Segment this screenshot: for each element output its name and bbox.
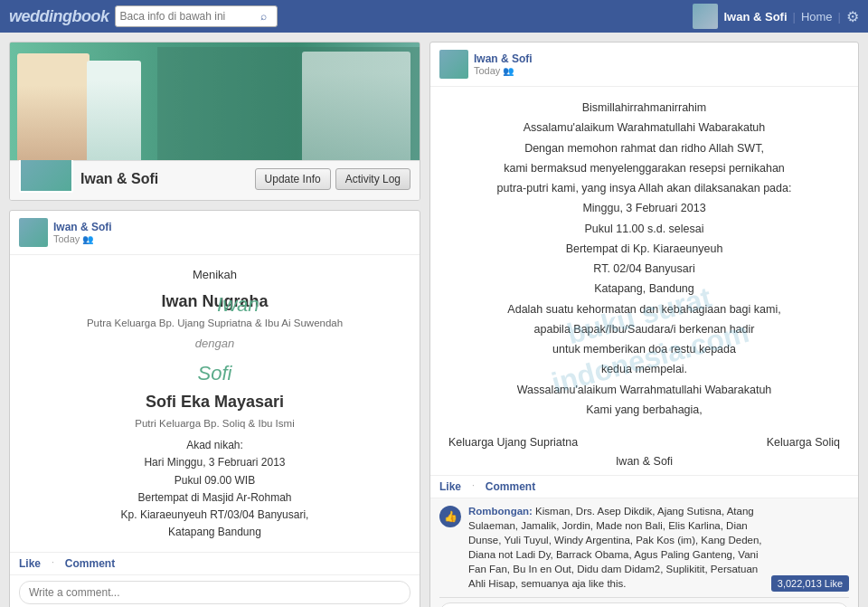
post-user-name: Iwan & Sofi: [53, 221, 112, 233]
gear-icon[interactable]: ⚙: [846, 8, 859, 25]
post-actions: Like · Comment: [10, 552, 420, 574]
akad-day: Hari Minggu, 3 Februari 2013: [24, 454, 406, 471]
rombongan-label: Rombongan:: [468, 506, 533, 517]
right-post-card: buku surat indonesia.com Iwan & Sofi Tod…: [429, 42, 859, 607]
name2-sub: Putri Keluarga Bp. Soliq & Ibu Ismi: [24, 415, 406, 432]
right-comment-section: 👍 Rombongan: Kisman, Drs. Asep Dikdik, A…: [430, 498, 858, 607]
like-button[interactable]: Like: [19, 557, 41, 570]
post-meta: Iwan & Sofi Today 👥: [53, 221, 112, 244]
akad-city: Katapang Bandung: [24, 524, 406, 541]
akad-section: Akad nikah: Hari Minggu, 3 Februari 2013…: [24, 437, 406, 541]
body-line4: kami bermaksud menyelenggarakan resepsi …: [444, 159, 844, 178]
couple-name: Iwan & Sofi: [430, 453, 858, 475]
left-family: Keluarga Ujang Supriatna: [448, 436, 578, 449]
search-box[interactable]: ⌕: [115, 5, 278, 27]
friends-icon: 👥: [82, 234, 93, 244]
body-line13: untuk memberikan doa restu kepada: [444, 340, 844, 359]
body-line2: Assalamu'alaikum Warahmatullahi Wabaraka…: [444, 119, 844, 138]
nav-avatar-image: [693, 4, 718, 29]
activity-log-button[interactable]: Activity Log: [335, 168, 410, 190]
family-names-row: Keluarga Ujang Supriatna Keluarga Soliq: [430, 432, 858, 453]
body-line1: Bismillahirrahmanirrahim: [444, 99, 844, 118]
right-comment-input[interactable]: [439, 602, 849, 607]
body-line15: Wassalamu'alaikum Warrahmatullahi Wabara…: [444, 381, 844, 400]
right-panel: buku surat indonesia.com Iwan & Sofi Tod…: [429, 42, 859, 607]
right-comment-input-wrap: [439, 597, 849, 607]
body-line5: putra-putri kami, yang insya Allah akan …: [444, 179, 844, 198]
nav-avatar: [693, 4, 718, 29]
like-comment-row: 👍 Rombongan: Kisman, Drs. Asep Dikdik, A…: [439, 504, 849, 592]
profile-info-bar: Iwan & Sofi Update Info Activity Log: [10, 160, 420, 200]
site-logo: weddingbook: [9, 7, 109, 26]
search-icon: ⌕: [260, 10, 267, 23]
like-count-badge: 3,022,013 Like: [771, 575, 849, 592]
comment-box: [10, 574, 420, 607]
main-content: Iwan & Sofi Update Info Activity Log Iwa…: [0, 33, 868, 607]
left-panel: Iwan & Sofi Update Info Activity Log Iwa…: [9, 42, 420, 607]
comment-input[interactable]: [19, 581, 410, 604]
right-post-avatar: [439, 50, 468, 79]
right-post-actions: Like · Comment: [430, 475, 858, 498]
comment-button[interactable]: Comment: [65, 557, 115, 570]
name1-row: Iwan Nugraha Iwan: [161, 289, 268, 315]
akad-time: Pukul 09.00 WIB: [24, 472, 406, 489]
name1-sub: Putra Keluarga Bp. Ujang Supriatna & Ibu…: [24, 315, 406, 331]
body-line12: apabila Bapak/Ibu/Saudara/i berkenan had…: [444, 320, 844, 339]
profile-actions: Update Info Activity Log: [255, 168, 410, 190]
body-line10: Katapang, Bandung: [444, 280, 844, 299]
body-line11: Adalah suatu kehormatan dan kebahagiaan …: [444, 300, 844, 319]
like-this-text: like this.: [589, 578, 627, 589]
akad-place: Bertempat di Masjid Ar-Rohmah: [24, 489, 406, 507]
post-time: Today 👥: [53, 233, 112, 244]
post-body: Menikah Iwan Nugraha Iwan Putra Keluarga…: [10, 255, 420, 552]
body-line7: Pukul 11.00 s.d. selesai: [444, 220, 844, 239]
name1-cursive: Iwan: [217, 289, 259, 320]
profile-name: Iwan & Sofi: [80, 171, 255, 187]
right-family: Keluarga Soliq: [767, 436, 840, 449]
like-text: Rombongan: Kisman, Drs. Asep Dikdik, Aja…: [468, 504, 764, 592]
right-post-header: Iwan & Sofi Today 👥: [430, 43, 858, 87]
cover-photo: [10, 43, 420, 160]
like-thumb-icon: 👍: [439, 506, 461, 527]
nav-user-name[interactable]: Iwan & Sofi: [723, 10, 787, 24]
akad-address: Kp. Kiaraeunyeuh RT/03/04 Banyusari,: [24, 507, 406, 524]
dengan-label: dengan: [24, 335, 406, 354]
right-friends-icon: 👥: [503, 66, 514, 76]
name2-cursive: Sofi: [24, 357, 406, 389]
post-header: Iwan & Sofi Today 👥: [10, 211, 420, 255]
menikah-label: Menikah: [24, 266, 406, 285]
left-post-card: Iwan & Sofi Today 👥 Menikah Iwan Nugraha…: [9, 210, 420, 607]
akad-label: Akad nikah:: [24, 437, 406, 454]
body-line6: Minggu, 3 Februari 2013: [444, 199, 844, 218]
body-line3: Dengan memohon rahmat dan ridho Allah SW…: [444, 139, 844, 158]
nav-home-link[interactable]: Home: [801, 10, 833, 24]
body-line8: Bertempat di Kp. Kiaraeunyeuh: [444, 240, 844, 259]
search-input[interactable]: [120, 10, 260, 23]
name2-main: Sofi Eka Mayasari: [24, 389, 406, 415]
right-comment-button[interactable]: Comment: [486, 480, 535, 493]
profile-name-area: Iwan & Sofi: [80, 171, 255, 187]
profile-card: Iwan & Sofi Update Info Activity Log: [9, 42, 420, 201]
right-post-meta: Iwan & Sofi Today 👥: [474, 52, 533, 76]
right-post-body: Bismillahirrahmanirrahim Assalamu'alaiku…: [430, 87, 858, 432]
post-avatar: [19, 218, 48, 247]
rombongan-text: Kisman, Drs. Asep Dikdik, Ajang Sutisna,…: [468, 506, 762, 589]
body-line16: Kami yang berbahagia,: [444, 401, 844, 420]
nav-divider2: |: [838, 10, 841, 24]
right-post-user-name: Iwan & Sofi: [474, 52, 533, 65]
right-like-button[interactable]: Like: [439, 480, 461, 493]
right-post-time: Today 👥: [474, 65, 533, 76]
body-line9: RT. 02/04 Banyusari: [444, 260, 844, 279]
top-navigation: weddingbook ⌕ Iwan & Sofi | Home | ⚙: [0, 0, 868, 33]
nav-divider: |: [793, 10, 796, 24]
body-line14: kedua mempelai.: [444, 360, 844, 379]
update-info-button[interactable]: Update Info: [255, 168, 331, 190]
